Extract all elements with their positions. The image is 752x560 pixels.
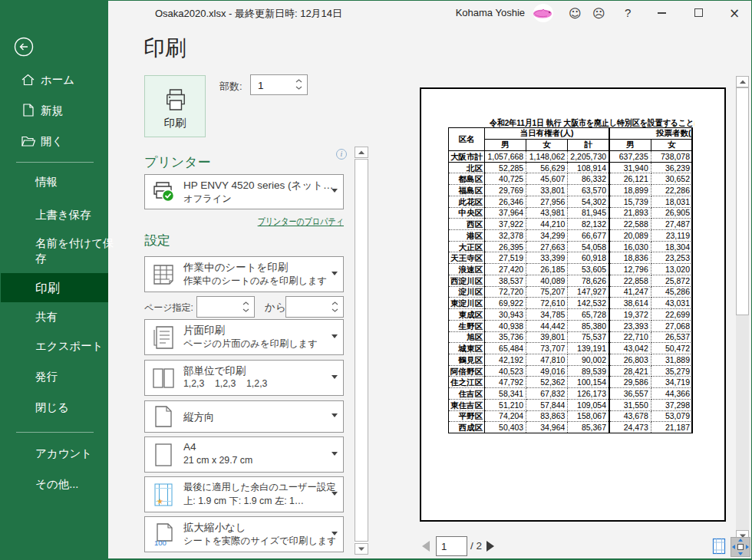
duplex-dropdown[interactable]: 片面印刷 ページの片面のみを印刷します [144,319,344,355]
printer-properties-link[interactable]: プリンターのプロパティ [184,216,344,229]
avatar[interactable] [533,4,553,22]
spin-down-icon[interactable] [331,308,338,312]
copies-spinner[interactable]: 1 [250,74,308,95]
table-row: 城東区65,48473,707139,19143,04250,472 [449,343,693,354]
sidebar-item-label: ホーム [41,73,74,87]
show-margins-button[interactable] [711,538,727,555]
close-button[interactable]: × [729,5,740,21]
ward-name-cell: 都島区 [449,173,485,185]
print-button[interactable]: 印刷 [144,75,206,137]
spin-up-icon[interactable] [331,301,338,305]
value-cell: 109,054 [568,399,609,410]
value-cell: 16,030 [609,241,651,252]
sidebar-item-label: 開く [41,134,63,149]
value-cell: 43,678 [609,410,651,422]
scrollbar-thumb[interactable] [736,87,749,315]
sidebar-item-label: アカウント [35,446,92,461]
table-row: 浪速区27,42026,18553,60512,79613,020 [449,264,693,275]
ward-name-cell: 港区 [449,230,485,242]
sidebar-item-info[interactable]: 情報 [1,174,108,189]
table-row: 住之江区47,79252,362100,15429,58634,719 [449,377,693,388]
sidebar-item-publish[interactable]: 発行 [1,369,108,384]
feedback-smile-icon[interactable]: ☺ [569,6,582,21]
value-cell: 75,207 [526,286,568,298]
back-arrow-icon [14,37,34,57]
scrollbar-thumb[interactable] [355,159,368,542]
preview-table-wrap: 区名 当日有権者(人) 投票者数(人 男 女 計 男 女 大阪市計1,057,6… [448,127,693,433]
scrollbar-up-button[interactable] [736,76,749,87]
value-cell: 26,121 [609,173,651,185]
settings-scrollbar[interactable] [355,147,368,555]
account-name[interactable]: Kohama Yoshie [415,7,525,18]
paper-size-dropdown[interactable]: A4 21 cm x 29.7 cm [144,436,344,473]
settings-section-title: 設定 [144,232,170,249]
value-cell: 21,893 [609,207,651,219]
ward-name-cell: 北区 [449,162,485,173]
value-cell: 23,393 [609,320,651,331]
sidebar-item-share[interactable]: 共有 [1,309,108,324]
sidebar-item-open[interactable]: 開く [1,133,108,149]
spin-down-icon[interactable] [242,308,249,312]
sidebar-item-home[interactable]: ホーム [1,72,108,87]
sidebar-item-save[interactable]: 上書き保存 [1,207,108,222]
printer-selector[interactable]: HP ENVY 4520 series (ネット… オフライン [144,174,344,209]
value-cell: 36,239 [651,162,692,173]
value-cell: 26,537 [651,331,692,343]
preview-scrollbar[interactable] [736,76,749,542]
sidebar-item-export[interactable]: エクスポート [1,338,108,354]
sidebar-item-close[interactable]: 閉じる [1,400,108,415]
sidebar-item-print[interactable]: 印刷 [1,273,108,302]
value-cell: 52,362 [526,377,568,388]
spin-down-icon[interactable] [295,86,302,90]
current-page-input[interactable] [436,536,467,556]
scaling-dropdown[interactable]: 100 拡大縮小なし シートを実際のサイズで印刷します [144,516,344,552]
back-button[interactable] [14,37,34,57]
pages-from-spinner[interactable] [196,296,255,318]
value-cell: 89,539 [568,365,609,377]
document-title: Osaka2020.xlsx - 最終更新日時: 12月14日 [134,7,364,21]
value-cell: 45,607 [526,173,568,185]
sidebar-item-account[interactable]: アカウント [1,446,108,461]
ward-name-cell: 住吉区 [449,388,485,400]
margins-subtitle: 上: 1.9 cm 下: 1.9 cm 左: 1… [183,495,304,508]
feedback-frown-icon[interactable]: ☹ [592,6,605,21]
ward-name-cell: 天王寺区 [449,252,485,264]
info-icon[interactable]: i [336,149,347,160]
spin-up-icon[interactable] [295,79,302,83]
value-cell: 67,832 [526,388,568,400]
sidebar-item-new[interactable]: 新規 [1,103,108,118]
page-count-label: / 2 [470,540,482,552]
scroll-up-icon [358,150,364,155]
sidebar-item-label: エクスポート [35,339,104,354]
margins-dropdown[interactable]: ★ 最後に適用した余白のユーザー設定 上: 1.9 cm 下: 1.9 cm 左… [144,476,344,512]
show-margins-icon [711,538,727,555]
value-cell: 81,945 [568,207,609,219]
print-what-dropdown[interactable]: 作業中のシートを印刷 作業中のシートのみを印刷します [144,256,344,292]
sidebar-item-save-as[interactable]: 名前を付けて保存 [1,235,108,250]
collation-dropdown[interactable]: 部単位で印刷 1,2,3 1,2,3 1,2,3 [144,360,344,396]
minimize-button[interactable] [658,12,666,14]
value-cell: 60,918 [568,252,609,264]
value-cell: 18,899 [609,185,651,196]
avatar-drawing [529,4,556,22]
scrollbar-up-button[interactable] [355,147,368,158]
next-page-button[interactable] [486,541,494,552]
value-cell: 637,235 [609,151,651,163]
dropdown-caret-icon [331,334,338,338]
spin-up-icon[interactable] [242,301,249,305]
value-cell: 19,372 [609,309,651,321]
scrollbar-down-button[interactable] [355,543,368,555]
value-cell: 69,922 [485,298,526,309]
orientation-dropdown[interactable]: 縦方向 [144,400,344,433]
value-cell: 44,210 [526,219,568,230]
previous-page-button[interactable] [422,541,430,552]
value-cell: 31,550 [609,399,651,410]
help-icon[interactable]: ? [625,6,631,19]
zoom-to-page-button[interactable] [731,537,750,557]
pages-to-spinner[interactable] [285,296,344,318]
value-cell: 34,719 [651,377,692,388]
sidebar-item-more[interactable]: その他... [1,476,108,492]
scaling-subtitle: シートを実際のサイズで印刷します [183,535,335,548]
dropdown-caret-icon [331,532,338,535]
maximize-button[interactable] [694,8,703,17]
